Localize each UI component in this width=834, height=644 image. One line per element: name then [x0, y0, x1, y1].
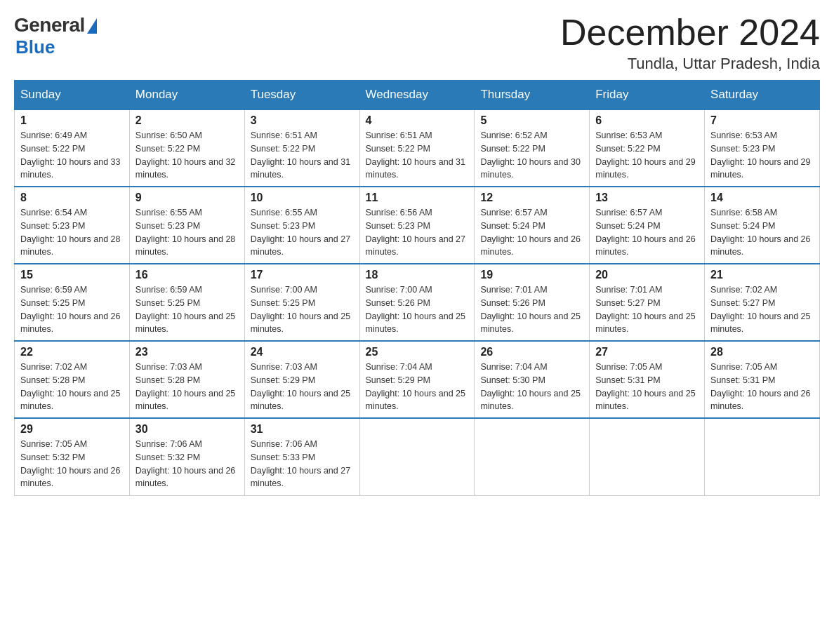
day-info: Sunrise: 7:05 AMSunset: 5:31 PMDaylight:… — [710, 361, 814, 413]
day-number: 27 — [595, 346, 699, 358]
day-number: 18 — [366, 269, 469, 281]
day-info: Sunrise: 6:51 AMSunset: 5:22 PMDaylight:… — [366, 129, 469, 182]
calendar-day-cell: 7 Sunrise: 6:53 AMSunset: 5:23 PMDayligh… — [705, 109, 820, 187]
day-number: 8 — [20, 192, 124, 204]
calendar-week-row: 15 Sunrise: 6:59 AMSunset: 5:25 PMDaylig… — [15, 264, 820, 341]
day-number: 16 — [135, 269, 239, 281]
day-of-week-header: Saturday — [705, 81, 820, 110]
day-number: 2 — [135, 114, 239, 127]
day-info: Sunrise: 7:03 AMSunset: 5:28 PMDaylight:… — [135, 361, 239, 413]
calendar-day-cell — [590, 418, 705, 495]
day-number: 7 — [710, 114, 814, 127]
day-info: Sunrise: 6:51 AMSunset: 5:22 PMDaylight:… — [251, 129, 354, 182]
day-info: Sunrise: 7:05 AMSunset: 5:31 PMDaylight:… — [595, 361, 699, 413]
day-info: Sunrise: 7:02 AMSunset: 5:28 PMDaylight:… — [20, 361, 124, 413]
calendar-day-cell: 5 Sunrise: 6:52 AMSunset: 5:22 PMDayligh… — [475, 109, 590, 187]
day-number: 9 — [135, 192, 239, 204]
day-info: Sunrise: 6:59 AMSunset: 5:25 PMDaylight:… — [135, 283, 239, 336]
calendar-day-cell: 27 Sunrise: 7:05 AMSunset: 5:31 PMDaylig… — [590, 341, 705, 418]
day-number: 10 — [251, 192, 354, 204]
calendar-day-cell — [705, 418, 820, 495]
day-info: Sunrise: 6:57 AMSunset: 5:24 PMDaylight:… — [480, 206, 583, 259]
calendar-day-cell: 31 Sunrise: 7:06 AMSunset: 5:33 PMDaylig… — [244, 418, 359, 495]
calendar-day-cell: 28 Sunrise: 7:05 AMSunset: 5:31 PMDaylig… — [705, 341, 820, 418]
calendar-day-cell: 16 Sunrise: 6:59 AMSunset: 5:25 PMDaylig… — [129, 264, 244, 341]
calendar-day-cell: 3 Sunrise: 6:51 AMSunset: 5:22 PMDayligh… — [244, 109, 359, 187]
day-of-week-header: Tuesday — [244, 81, 359, 110]
day-info: Sunrise: 6:50 AMSunset: 5:22 PMDaylight:… — [135, 129, 239, 182]
header: General Blue December 2024 Tundla, Uttar… — [14, 14, 820, 73]
day-number: 21 — [710, 269, 814, 281]
logo-general-text: General — [14, 14, 85, 36]
day-number: 20 — [595, 269, 699, 281]
day-number: 22 — [20, 346, 124, 358]
calendar-day-cell: 21 Sunrise: 7:02 AMSunset: 5:27 PMDaylig… — [705, 264, 820, 341]
calendar-day-cell: 13 Sunrise: 6:57 AMSunset: 5:24 PMDaylig… — [590, 187, 705, 264]
day-info: Sunrise: 6:55 AMSunset: 5:23 PMDaylight:… — [135, 206, 239, 259]
calendar-day-cell: 11 Sunrise: 6:56 AMSunset: 5:23 PMDaylig… — [359, 187, 475, 264]
day-info: Sunrise: 6:52 AMSunset: 5:22 PMDaylight:… — [480, 129, 583, 182]
calendar-day-cell: 1 Sunrise: 6:49 AMSunset: 5:22 PMDayligh… — [15, 109, 130, 187]
logo-triangle-icon — [87, 18, 97, 34]
day-number: 26 — [480, 346, 583, 358]
calendar-day-cell: 22 Sunrise: 7:02 AMSunset: 5:28 PMDaylig… — [15, 341, 130, 418]
day-number: 13 — [595, 192, 699, 204]
calendar-week-row: 1 Sunrise: 6:49 AMSunset: 5:22 PMDayligh… — [15, 109, 820, 187]
day-info: Sunrise: 6:56 AMSunset: 5:23 PMDaylight:… — [366, 206, 469, 259]
day-number: 14 — [710, 192, 814, 204]
calendar-day-cell: 14 Sunrise: 6:58 AMSunset: 5:24 PMDaylig… — [705, 187, 820, 264]
day-of-week-header: Sunday — [15, 81, 130, 110]
day-number: 31 — [251, 423, 354, 436]
day-number: 15 — [20, 269, 124, 281]
day-number: 11 — [366, 192, 469, 204]
calendar-week-row: 29 Sunrise: 7:05 AMSunset: 5:32 PMDaylig… — [15, 418, 820, 495]
day-info: Sunrise: 7:05 AMSunset: 5:32 PMDaylight:… — [20, 438, 124, 490]
day-info: Sunrise: 6:58 AMSunset: 5:24 PMDaylight:… — [710, 206, 814, 259]
calendar-day-cell — [475, 418, 590, 495]
calendar-day-cell: 20 Sunrise: 7:01 AMSunset: 5:27 PMDaylig… — [590, 264, 705, 341]
calendar-day-cell: 6 Sunrise: 6:53 AMSunset: 5:22 PMDayligh… — [590, 109, 705, 187]
day-info: Sunrise: 6:57 AMSunset: 5:24 PMDaylight:… — [595, 206, 699, 259]
calendar-day-cell: 12 Sunrise: 6:57 AMSunset: 5:24 PMDaylig… — [475, 187, 590, 264]
day-number: 19 — [480, 269, 583, 281]
calendar-day-cell: 10 Sunrise: 6:55 AMSunset: 5:23 PMDaylig… — [244, 187, 359, 264]
day-info: Sunrise: 7:02 AMSunset: 5:27 PMDaylight:… — [710, 283, 814, 336]
calendar-day-cell: 25 Sunrise: 7:04 AMSunset: 5:29 PMDaylig… — [359, 341, 475, 418]
calendar-day-cell: 17 Sunrise: 7:00 AMSunset: 5:25 PMDaylig… — [244, 264, 359, 341]
calendar-day-cell: 30 Sunrise: 7:06 AMSunset: 5:32 PMDaylig… — [129, 418, 244, 495]
day-number: 29 — [20, 423, 124, 436]
month-title: December 2024 — [560, 14, 820, 51]
calendar-day-cell: 9 Sunrise: 6:55 AMSunset: 5:23 PMDayligh… — [129, 187, 244, 264]
day-number: 3 — [251, 114, 354, 127]
day-info: Sunrise: 7:06 AMSunset: 5:32 PMDaylight:… — [135, 438, 239, 490]
calendar-week-row: 22 Sunrise: 7:02 AMSunset: 5:28 PMDaylig… — [15, 341, 820, 418]
calendar-table: SundayMondayTuesdayWednesdayThursdayFrid… — [14, 80, 820, 496]
day-info: Sunrise: 6:53 AMSunset: 5:22 PMDaylight:… — [595, 129, 699, 182]
day-info: Sunrise: 6:55 AMSunset: 5:23 PMDaylight:… — [251, 206, 354, 259]
calendar-day-cell: 2 Sunrise: 6:50 AMSunset: 5:22 PMDayligh… — [129, 109, 244, 187]
day-number: 23 — [135, 346, 239, 358]
calendar-day-cell: 23 Sunrise: 7:03 AMSunset: 5:28 PMDaylig… — [129, 341, 244, 418]
day-info: Sunrise: 7:00 AMSunset: 5:25 PMDaylight:… — [251, 283, 354, 336]
title-section: December 2024 Tundla, Uttar Pradesh, Ind… — [560, 14, 820, 73]
day-number: 24 — [251, 346, 354, 358]
day-number: 30 — [135, 423, 239, 436]
calendar-day-cell: 8 Sunrise: 6:54 AMSunset: 5:23 PMDayligh… — [15, 187, 130, 264]
calendar-day-cell: 19 Sunrise: 7:01 AMSunset: 5:26 PMDaylig… — [475, 264, 590, 341]
day-info: Sunrise: 7:06 AMSunset: 5:33 PMDaylight:… — [251, 438, 354, 490]
day-number: 12 — [480, 192, 583, 204]
calendar-day-cell: 29 Sunrise: 7:05 AMSunset: 5:32 PMDaylig… — [15, 418, 130, 495]
calendar-week-row: 8 Sunrise: 6:54 AMSunset: 5:23 PMDayligh… — [15, 187, 820, 264]
day-info: Sunrise: 7:01 AMSunset: 5:27 PMDaylight:… — [595, 283, 699, 336]
day-info: Sunrise: 6:59 AMSunset: 5:25 PMDaylight:… — [20, 283, 124, 336]
logo: General Blue — [14, 14, 97, 58]
calendar-day-cell: 18 Sunrise: 7:00 AMSunset: 5:26 PMDaylig… — [359, 264, 475, 341]
day-info: Sunrise: 7:00 AMSunset: 5:26 PMDaylight:… — [366, 283, 469, 336]
day-info: Sunrise: 6:54 AMSunset: 5:23 PMDaylight:… — [20, 206, 124, 259]
day-number: 17 — [251, 269, 354, 281]
day-info: Sunrise: 6:53 AMSunset: 5:23 PMDaylight:… — [710, 129, 814, 182]
day-of-week-header: Monday — [129, 81, 244, 110]
day-number: 4 — [366, 114, 469, 127]
logo-blue-text: Blue — [14, 36, 97, 58]
day-number: 5 — [480, 114, 583, 127]
